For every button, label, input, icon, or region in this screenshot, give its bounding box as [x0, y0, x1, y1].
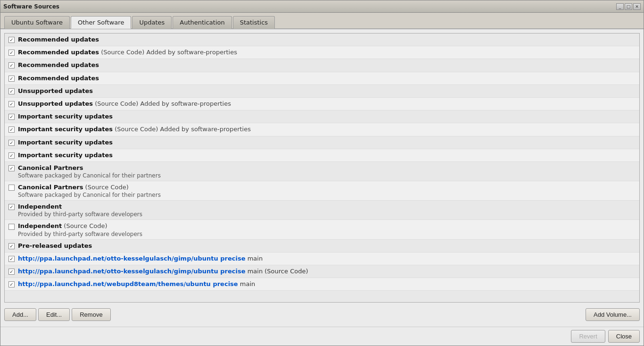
- close-button[interactable]: ✕: [633, 3, 641, 10]
- tab-updates[interactable]: Updates: [132, 16, 172, 29]
- list-item[interactable]: http://ppa.launchpad.net/otto-kesselgula…: [5, 265, 639, 278]
- checkbox[interactable]: [8, 269, 15, 275]
- checkbox[interactable]: [8, 256, 15, 262]
- list-item[interactable]: Recommended updates: [5, 59, 639, 72]
- tab-authentication[interactable]: Authentication: [173, 16, 231, 29]
- checkbox[interactable]: [8, 243, 15, 249]
- list-item[interactable]: IndependentProvided by third-party softw…: [5, 201, 639, 220]
- checkbox[interactable]: [8, 76, 15, 82]
- revert-button[interactable]: Revert: [571, 330, 605, 343]
- software-sources-window: Software Sources _ □ ✕ Ubuntu Software O…: [0, 0, 644, 346]
- checkbox[interactable]: [8, 114, 15, 120]
- checkbox[interactable]: [8, 165, 15, 171]
- checkbox[interactable]: [8, 224, 15, 230]
- checkbox[interactable]: [8, 281, 15, 287]
- add-button[interactable]: Add...: [4, 308, 36, 321]
- content-area: Recommended updatesRecommended updates (…: [0, 29, 644, 327]
- list-item[interactable]: Pre-released updates: [5, 240, 639, 253]
- close-main-button[interactable]: Close: [608, 330, 640, 343]
- checkbox[interactable]: [8, 140, 15, 146]
- tabs-bar: Ubuntu Software Other Software Updates A…: [0, 13, 644, 29]
- tab-other-software[interactable]: Other Software: [71, 16, 131, 29]
- minimize-button[interactable]: _: [616, 3, 624, 10]
- list-item[interactable]: Important security updates (Source Code)…: [5, 123, 639, 136]
- list-item[interactable]: Recommended updates (Source Code) Added …: [5, 46, 639, 59]
- list-item[interactable]: Recommended updates: [5, 72, 639, 85]
- list-item[interactable]: http://ppa.launchpad.net/otto-kesselgula…: [5, 253, 639, 265]
- list-item[interactable]: Canonical PartnersSoftware packaged by C…: [5, 162, 639, 181]
- checkbox[interactable]: [8, 37, 15, 43]
- title-bar: Software Sources _ □ ✕: [0, 0, 644, 13]
- tab-statistics[interactable]: Statistics: [233, 16, 275, 29]
- sources-list[interactable]: Recommended updatesRecommended updates (…: [4, 33, 640, 303]
- maximize-button[interactable]: □: [625, 3, 632, 10]
- checkbox[interactable]: [8, 185, 15, 191]
- list-item[interactable]: Recommended updates: [5, 34, 639, 46]
- list-item[interactable]: Canonical Partners (Source Code)Software…: [5, 181, 639, 201]
- add-volume-button[interactable]: Add Volume...: [586, 308, 640, 321]
- list-item[interactable]: Important security updates: [5, 110, 639, 123]
- window-title: Software Sources: [3, 3, 59, 10]
- checkbox[interactable]: [8, 152, 15, 159]
- checkbox[interactable]: [8, 50, 15, 56]
- title-controls: _ □ ✕: [616, 3, 641, 10]
- tab-ubuntu-software[interactable]: Ubuntu Software: [4, 16, 70, 29]
- checkbox[interactable]: [8, 101, 15, 107]
- list-item[interactable]: Important security updates: [5, 136, 639, 149]
- list-item[interactable]: Important security updates: [5, 149, 639, 162]
- list-item[interactable]: Unsupported updates (Source Code) Added …: [5, 98, 639, 110]
- remove-button[interactable]: Remove: [72, 308, 110, 321]
- checkbox[interactable]: [8, 204, 15, 210]
- footer-buttons: Revert Close: [0, 327, 644, 346]
- checkbox[interactable]: [8, 62, 15, 68]
- bottom-buttons: Add... Edit... Remove Add Volume...: [4, 306, 640, 323]
- list-item[interactable]: http://ppa.launchpad.net/webupd8team/the…: [5, 278, 639, 291]
- list-item[interactable]: Unsupported updates: [5, 85, 639, 98]
- edit-button[interactable]: Edit...: [38, 308, 70, 321]
- list-item[interactable]: Independent (Source Code)Provided by thi…: [5, 220, 639, 239]
- checkbox[interactable]: [8, 88, 15, 94]
- checkbox[interactable]: [8, 127, 15, 133]
- title-bar-left: Software Sources: [3, 3, 59, 10]
- buttons-left: Add... Edit... Remove: [4, 308, 111, 321]
